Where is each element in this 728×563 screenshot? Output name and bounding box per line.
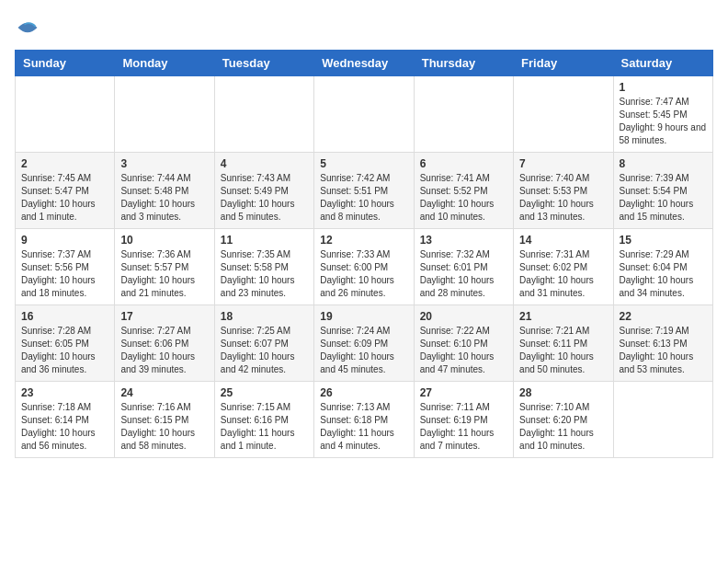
day-number: 20 bbox=[420, 310, 507, 323]
day-number: 11 bbox=[221, 234, 308, 247]
day-cell bbox=[214, 76, 313, 153]
calendar: SundayMondayTuesdayWednesdayThursdayFrid… bbox=[15, 50, 713, 458]
col-header-sunday: Sunday bbox=[16, 51, 115, 76]
day-cell: 20Sunrise: 7:22 AM Sunset: 6:10 PM Dayli… bbox=[414, 305, 513, 382]
day-info: Sunrise: 7:42 AM Sunset: 5:51 PM Dayligh… bbox=[320, 172, 407, 224]
day-number: 18 bbox=[221, 310, 308, 323]
day-cell: 14Sunrise: 7:31 AM Sunset: 6:02 PM Dayli… bbox=[514, 229, 613, 305]
day-cell: 5Sunrise: 7:42 AM Sunset: 5:51 PM Daylig… bbox=[314, 153, 414, 229]
day-cell: 17Sunrise: 7:27 AM Sunset: 6:06 PM Dayli… bbox=[115, 305, 214, 382]
day-cell bbox=[115, 76, 214, 153]
day-number: 6 bbox=[420, 157, 507, 170]
day-info: Sunrise: 7:45 AM Sunset: 5:47 PM Dayligh… bbox=[21, 172, 108, 224]
day-number: 12 bbox=[320, 234, 407, 247]
week-row-5: 23Sunrise: 7:18 AM Sunset: 6:14 PM Dayli… bbox=[16, 382, 713, 458]
col-header-monday: Monday bbox=[115, 51, 214, 76]
day-info: Sunrise: 7:31 AM Sunset: 6:02 PM Dayligh… bbox=[519, 248, 607, 300]
day-number: 23 bbox=[21, 386, 108, 399]
col-header-wednesday: Wednesday bbox=[314, 51, 414, 76]
day-cell: 25Sunrise: 7:15 AM Sunset: 6:16 PM Dayli… bbox=[214, 382, 313, 458]
day-cell bbox=[16, 76, 115, 153]
page-header bbox=[15, 15, 713, 40]
day-cell: 10Sunrise: 7:36 AM Sunset: 5:57 PM Dayli… bbox=[115, 229, 214, 305]
day-cell: 9Sunrise: 7:37 AM Sunset: 5:56 PM Daylig… bbox=[16, 229, 115, 305]
day-info: Sunrise: 7:24 AM Sunset: 6:09 PM Dayligh… bbox=[320, 325, 407, 376]
day-info: Sunrise: 7:27 AM Sunset: 6:06 PM Dayligh… bbox=[120, 325, 208, 376]
col-header-tuesday: Tuesday bbox=[214, 51, 313, 76]
day-cell: 26Sunrise: 7:13 AM Sunset: 6:18 PM Dayli… bbox=[314, 382, 414, 458]
day-number: 5 bbox=[320, 157, 407, 170]
day-info: Sunrise: 7:11 AM Sunset: 6:19 PM Dayligh… bbox=[420, 401, 507, 453]
day-info: Sunrise: 7:37 AM Sunset: 5:56 PM Dayligh… bbox=[21, 248, 108, 300]
day-cell: 22Sunrise: 7:19 AM Sunset: 6:13 PM Dayli… bbox=[613, 305, 712, 382]
day-info: Sunrise: 7:10 AM Sunset: 6:20 PM Dayligh… bbox=[519, 401, 607, 453]
day-number: 4 bbox=[221, 157, 308, 170]
day-info: Sunrise: 7:22 AM Sunset: 6:10 PM Dayligh… bbox=[420, 325, 507, 376]
day-cell: 1Sunrise: 7:47 AM Sunset: 5:45 PM Daylig… bbox=[613, 76, 712, 153]
day-cell: 18Sunrise: 7:25 AM Sunset: 6:07 PM Dayli… bbox=[214, 305, 313, 382]
day-info: Sunrise: 7:39 AM Sunset: 5:54 PM Dayligh… bbox=[620, 172, 707, 224]
day-cell bbox=[514, 76, 613, 153]
day-cell: 4Sunrise: 7:43 AM Sunset: 5:49 PM Daylig… bbox=[214, 153, 313, 229]
week-row-2: 2Sunrise: 7:45 AM Sunset: 5:47 PM Daylig… bbox=[16, 153, 713, 229]
day-cell bbox=[314, 76, 414, 153]
day-cell: 3Sunrise: 7:44 AM Sunset: 5:48 PM Daylig… bbox=[115, 153, 214, 229]
day-cell: 19Sunrise: 7:24 AM Sunset: 6:09 PM Dayli… bbox=[314, 305, 414, 382]
day-number: 10 bbox=[120, 234, 208, 247]
day-info: Sunrise: 7:15 AM Sunset: 6:16 PM Dayligh… bbox=[221, 401, 308, 453]
day-info: Sunrise: 7:19 AM Sunset: 6:13 PM Dayligh… bbox=[620, 325, 707, 376]
week-row-3: 9Sunrise: 7:37 AM Sunset: 5:56 PM Daylig… bbox=[16, 229, 713, 305]
day-cell: 24Sunrise: 7:16 AM Sunset: 6:15 PM Dayli… bbox=[115, 382, 214, 458]
day-number: 28 bbox=[519, 386, 607, 399]
day-number: 17 bbox=[120, 310, 208, 323]
day-number: 16 bbox=[21, 310, 108, 323]
day-cell: 13Sunrise: 7:32 AM Sunset: 6:01 PM Dayli… bbox=[414, 229, 513, 305]
day-number: 14 bbox=[519, 234, 607, 247]
day-cell: 6Sunrise: 7:41 AM Sunset: 5:52 PM Daylig… bbox=[414, 153, 513, 229]
day-info: Sunrise: 7:29 AM Sunset: 6:04 PM Dayligh… bbox=[620, 248, 707, 300]
day-info: Sunrise: 7:35 AM Sunset: 5:58 PM Dayligh… bbox=[221, 248, 308, 300]
day-cell: 21Sunrise: 7:21 AM Sunset: 6:11 PM Dayli… bbox=[514, 305, 613, 382]
day-number: 26 bbox=[320, 386, 407, 399]
day-number: 7 bbox=[519, 157, 607, 170]
day-number: 22 bbox=[620, 310, 707, 323]
header-row: SundayMondayTuesdayWednesdayThursdayFrid… bbox=[16, 51, 713, 76]
day-info: Sunrise: 7:25 AM Sunset: 6:07 PM Dayligh… bbox=[221, 325, 308, 376]
day-number: 2 bbox=[21, 157, 108, 170]
day-number: 21 bbox=[519, 310, 607, 323]
day-info: Sunrise: 7:40 AM Sunset: 5:53 PM Dayligh… bbox=[519, 172, 607, 224]
week-row-1: 1Sunrise: 7:47 AM Sunset: 5:45 PM Daylig… bbox=[16, 76, 713, 153]
day-info: Sunrise: 7:32 AM Sunset: 6:01 PM Dayligh… bbox=[420, 248, 507, 300]
day-cell: 7Sunrise: 7:40 AM Sunset: 5:53 PM Daylig… bbox=[514, 153, 613, 229]
day-number: 27 bbox=[420, 386, 507, 399]
day-info: Sunrise: 7:36 AM Sunset: 5:57 PM Dayligh… bbox=[120, 248, 208, 300]
day-info: Sunrise: 7:13 AM Sunset: 6:18 PM Dayligh… bbox=[320, 401, 407, 453]
day-cell: 15Sunrise: 7:29 AM Sunset: 6:04 PM Dayli… bbox=[613, 229, 712, 305]
day-info: Sunrise: 7:44 AM Sunset: 5:48 PM Dayligh… bbox=[120, 172, 208, 224]
day-info: Sunrise: 7:28 AM Sunset: 6:05 PM Dayligh… bbox=[21, 325, 108, 376]
logo-icon bbox=[15, 15, 40, 40]
day-info: Sunrise: 7:41 AM Sunset: 5:52 PM Dayligh… bbox=[420, 172, 507, 224]
day-cell bbox=[613, 382, 712, 458]
col-header-thursday: Thursday bbox=[414, 51, 513, 76]
col-header-friday: Friday bbox=[514, 51, 613, 76]
day-info: Sunrise: 7:43 AM Sunset: 5:49 PM Dayligh… bbox=[221, 172, 308, 224]
day-info: Sunrise: 7:16 AM Sunset: 6:15 PM Dayligh… bbox=[120, 401, 208, 453]
day-cell: 27Sunrise: 7:11 AM Sunset: 6:19 PM Dayli… bbox=[414, 382, 513, 458]
col-header-saturday: Saturday bbox=[613, 51, 712, 76]
day-number: 19 bbox=[320, 310, 407, 323]
week-row-4: 16Sunrise: 7:28 AM Sunset: 6:05 PM Dayli… bbox=[16, 305, 713, 382]
day-info: Sunrise: 7:33 AM Sunset: 6:00 PM Dayligh… bbox=[320, 248, 407, 300]
day-cell: 2Sunrise: 7:45 AM Sunset: 5:47 PM Daylig… bbox=[16, 153, 115, 229]
day-number: 1 bbox=[620, 81, 707, 94]
day-number: 9 bbox=[21, 234, 108, 247]
day-cell bbox=[414, 76, 513, 153]
day-info: Sunrise: 7:47 AM Sunset: 5:45 PM Dayligh… bbox=[620, 96, 707, 147]
day-info: Sunrise: 7:18 AM Sunset: 6:14 PM Dayligh… bbox=[21, 401, 108, 453]
day-cell: 11Sunrise: 7:35 AM Sunset: 5:58 PM Dayli… bbox=[214, 229, 313, 305]
day-number: 3 bbox=[120, 157, 208, 170]
logo bbox=[15, 15, 42, 40]
day-number: 25 bbox=[221, 386, 308, 399]
day-cell: 16Sunrise: 7:28 AM Sunset: 6:05 PM Dayli… bbox=[16, 305, 115, 382]
day-cell: 12Sunrise: 7:33 AM Sunset: 6:00 PM Dayli… bbox=[314, 229, 414, 305]
